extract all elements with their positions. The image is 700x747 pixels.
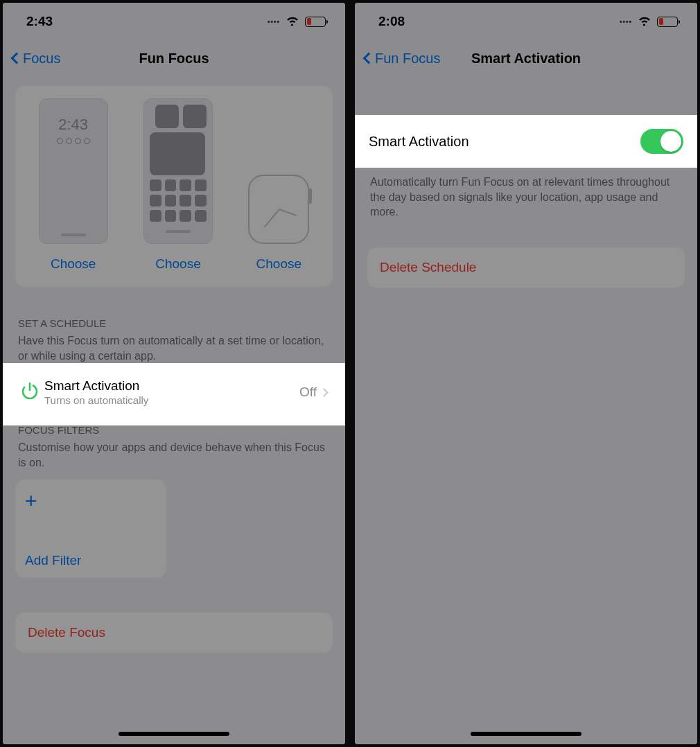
recording-indicator-dots: •••• — [268, 18, 280, 26]
back-button[interactable]: Fun Focus — [365, 51, 440, 67]
smart-activation-state: Off — [299, 385, 317, 400]
watch-face-preview[interactable] — [248, 175, 309, 244]
smart-activation-highlight: Smart Activation — [355, 115, 697, 168]
smart-activation-row[interactable]: Smart Activation Turns on automatically … — [3, 363, 345, 416]
choose-home-screen[interactable]: Choose — [155, 256, 201, 272]
delete-focus-button[interactable]: Delete Focus — [15, 613, 333, 653]
back-label: Fun Focus — [375, 51, 440, 67]
status-bar: 2:08 •••• — [355, 3, 697, 40]
back-button[interactable]: Focus — [12, 51, 60, 67]
nav-bar: Fun Focus Smart Activation — [355, 40, 697, 76]
status-time: 2:08 — [378, 14, 405, 29]
chevron-left-icon — [11, 53, 23, 64]
nav-bar: Focus Fun Focus — [3, 40, 345, 76]
smart-activation-desc: Automatically turn Fun Focus on at relev… — [355, 168, 697, 220]
status-bar: 2:43 •••• — [3, 3, 345, 40]
phone-right-screenshot: 2:08 •••• Fun Focus Smart Activation Sma… — [355, 3, 697, 744]
choose-watch-face[interactable]: Choose — [256, 256, 302, 272]
recording-indicator-dots: •••• — [620, 18, 632, 26]
chevron-left-icon — [363, 53, 375, 64]
wifi-icon — [638, 14, 651, 29]
filters-section-header: FOCUS FILTERS — [15, 424, 333, 439]
lock-screen-time: 2:43 — [58, 116, 88, 134]
add-filter-card[interactable]: + Add Filter — [15, 480, 166, 578]
smart-activation-switch[interactable] — [640, 129, 683, 154]
wifi-icon — [286, 14, 299, 29]
customise-screens-card: 2:43 Choose Choose — [15, 86, 333, 287]
filters-section-desc: Customise how your apps and device behav… — [15, 439, 333, 470]
phone-left-screenshot: 2:43 •••• Focus Fun Focus 2:43 — [3, 3, 345, 744]
back-label: Focus — [23, 51, 60, 67]
battery-icon — [657, 17, 678, 27]
plus-icon: + — [25, 489, 157, 513]
smart-activation-subtitle: Turns on automatically — [44, 394, 299, 406]
schedule-section-header: SET A SCHEDULE — [15, 317, 333, 332]
lock-screen-preview[interactable]: 2:43 — [39, 98, 108, 244]
chevron-right-icon — [320, 388, 329, 397]
smart-activation-toggle-row: Smart Activation — [355, 115, 697, 168]
add-filter-label: Add Filter — [25, 553, 157, 568]
schedule-section-desc: Have this Focus turn on automatically at… — [15, 332, 333, 363]
choose-lock-screen[interactable]: Choose — [51, 256, 96, 272]
switch-knob — [660, 131, 681, 152]
smart-activation-title: Smart Activation — [44, 378, 299, 394]
status-time: 2:43 — [26, 14, 53, 29]
smart-activation-label: Smart Activation — [369, 134, 469, 150]
home-indicator[interactable] — [471, 732, 581, 736]
home-indicator[interactable] — [119, 732, 229, 736]
home-screen-preview[interactable] — [143, 98, 213, 244]
delete-schedule-button[interactable]: Delete Schedule — [367, 247, 685, 288]
power-icon — [19, 380, 40, 404]
battery-icon — [305, 17, 326, 27]
